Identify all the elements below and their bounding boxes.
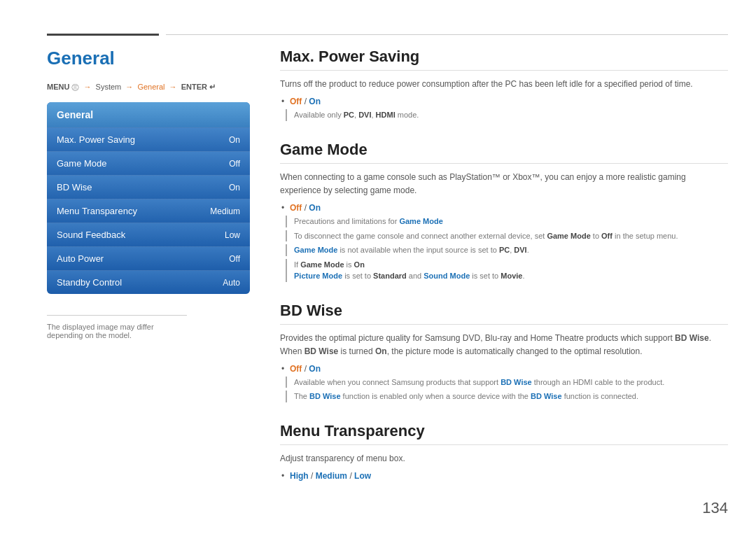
breadcrumb-system: System (96, 83, 122, 91)
menu-item-sound-feedback[interactable]: Sound Feedback Low (47, 223, 250, 246)
bullet-text-off: Off (290, 97, 302, 106)
note-game-mode-on: If Game Mode is On Picture Mode is set t… (286, 259, 728, 282)
section-desc-max-power-saving: Turns off the product to reduce power co… (280, 78, 728, 91)
breadcrumb-arrow2: → (125, 83, 133, 91)
section-title-max-power-saving: Max. Power Saving (280, 48, 728, 71)
footnote-text: The displayed image may differ depending… (47, 323, 154, 339)
section-title-menu-transparency: Menu Transparency (280, 422, 728, 445)
menu-item-name-game-mode: Game Mode (57, 158, 107, 169)
note-bd-wise-connect: Available when you connect Samsung produ… (286, 377, 728, 388)
menu-item-value-standby-control: Auto (223, 278, 240, 288)
bullet-medium: Medium (316, 471, 347, 481)
section-menu-transparency: Menu Transparency Adjust transparency of… (280, 422, 728, 481)
section-desc-game-mode: When connecting to a game console such a… (280, 171, 728, 197)
section-title-bd-wise: BD Wise (280, 302, 728, 325)
menu-item-game-mode[interactable]: Game Mode Off (47, 151, 250, 175)
menu-item-bd-wise[interactable]: BD Wise On (47, 175, 250, 199)
bullet-menu-transparency-1: High / Medium / Low (290, 471, 728, 481)
breadcrumb-general: General (137, 83, 164, 91)
menu-item-value-game-mode: Off (229, 159, 240, 169)
section-title-game-mode: Game Mode (280, 141, 728, 164)
menu-item-name-menu-transparency: Menu Transparency (57, 206, 137, 216)
breadcrumb: MENU ㊂ → System → General → ENTER ↵ (47, 82, 250, 92)
menu-box: General Max. Power Saving On Game Mode O… (47, 102, 250, 294)
menu-item-name-auto-power: Auto Power (57, 253, 104, 264)
menu-item-value-sound-feedback: Low (225, 230, 240, 240)
bullet-high: High (290, 471, 309, 481)
bullet-bd-off: Off (290, 364, 302, 374)
section-bd-wise: BD Wise Provides the optimal picture qua… (280, 302, 728, 402)
menu-item-value-auto-power: Off (229, 254, 240, 264)
section-desc-bd-wise: Provides the optimal picture quality for… (280, 332, 728, 358)
note-game-mode-disconnect: To disconnect the game console and conne… (286, 230, 728, 242)
menu-item-name-sound-feedback: Sound Feedback (57, 230, 125, 240)
note-bd-wise-function: The BD Wise function is enabled only whe… (286, 391, 728, 402)
breadcrumb-enter: ENTER ↵ (181, 83, 216, 91)
bullet-low: Low (354, 471, 371, 481)
menu-item-auto-power[interactable]: Auto Power Off (47, 246, 250, 270)
section-desc-menu-transparency: Adjust transparency of menu box. (280, 452, 728, 465)
bullet-game-off: Off (290, 203, 302, 213)
note-max-power-saving-1: Available only PC, DVI, HDMI mode. (286, 109, 728, 121)
bullet-game-on: On (309, 203, 321, 213)
right-panel: Max. Power Saving Turns off the product … (280, 48, 728, 500)
breadcrumb-arrow1: → (84, 83, 92, 91)
note-game-mode-precaution: Precautions and limitations for Game Mod… (286, 216, 728, 227)
top-line-light (166, 34, 728, 35)
bullet-bd-on: On (309, 364, 321, 374)
page-title: General (47, 48, 250, 69)
top-line-dark (47, 34, 159, 36)
menu-item-value-menu-transparency: Medium (210, 206, 240, 216)
left-panel: General MENU ㊂ → System → General → ENTE… (47, 48, 250, 339)
bullet-game-mode-1: Off / On (290, 203, 728, 213)
top-decorative-lines (47, 34, 728, 36)
section-game-mode: Game Mode When connecting to a game cons… (280, 141, 728, 282)
breadcrumb-symbol: ㊂ (71, 83, 79, 91)
bullet-bd-wise-1: Off / On (290, 364, 728, 374)
bullet-max-power-saving-1: Off / On (290, 97, 728, 106)
menu-item-name-max-power-saving: Max. Power Saving (57, 134, 135, 145)
note-game-mode-not-available: Game Mode is not available when the inpu… (286, 244, 728, 256)
menu-item-menu-transparency[interactable]: Menu Transparency Medium (47, 199, 250, 223)
section-max-power-saving: Max. Power Saving Turns off the product … (280, 48, 728, 121)
menu-item-name-bd-wise: BD Wise (57, 182, 92, 192)
bullet-sep1: / (311, 471, 316, 481)
menu-item-max-power-saving[interactable]: Max. Power Saving On (47, 127, 250, 151)
menu-item-value-max-power-saving: On (229, 135, 240, 145)
bullet-text-on: On (309, 97, 321, 106)
breadcrumb-menu: MENU (47, 83, 69, 91)
menu-item-name-standby-control: Standby Control (57, 277, 122, 288)
menu-header: General (47, 102, 250, 127)
menu-item-standby-control[interactable]: Standby Control Auto (47, 270, 250, 294)
breadcrumb-arrow3: → (169, 83, 177, 91)
footnote: The displayed image may differ depending… (47, 315, 187, 339)
menu-item-value-bd-wise: On (229, 183, 240, 192)
page-number: 134 (702, 499, 728, 517)
